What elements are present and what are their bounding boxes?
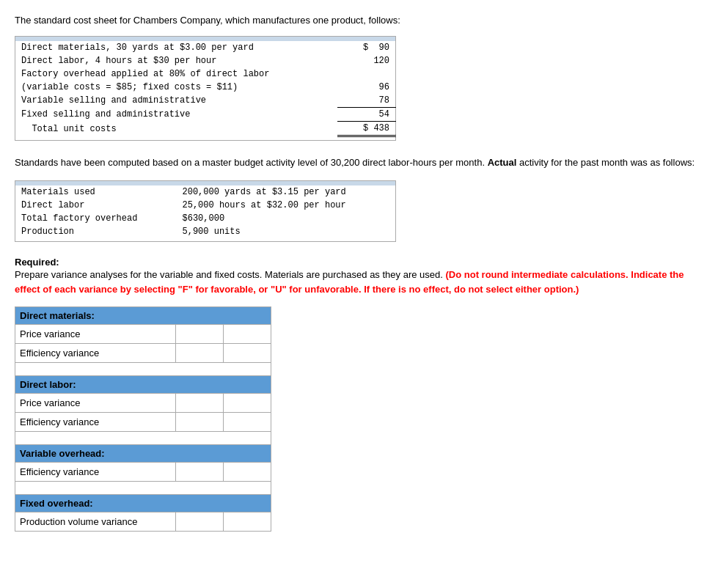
cost-row-5-label: Variable selling and administrative [15,94,337,108]
direct-labor-header-row: Direct labor: [15,376,271,394]
dl-price-variance-input-1[interactable] [176,394,224,413]
fo-production-volume-variance-field-1[interactable] [180,515,219,528]
vo-efficiency-variance-input-1[interactable] [176,463,224,482]
vo-efficiency-variance-row: Efficiency variance [15,463,271,482]
fo-production-volume-variance-input-2[interactable] [224,512,271,532]
dm-efficiency-variance-input-1[interactable] [176,344,224,363]
total-unit-costs-amount: $ 438 [337,122,396,136]
vo-efficiency-variance-field-2[interactable] [228,466,266,478]
dl-efficiency-variance-field-1[interactable] [180,416,219,428]
standards-text-highlight: Actual [488,157,517,168]
cost-row-1-label: Direct materials, 30 yards at $3.00 per … [15,41,337,54]
actual-row-3-label: Total factory overhead [15,212,177,225]
cost-row-2-label: Direct labor, 4 hours at $30 per hour [15,54,337,67]
dm-price-variance-input-1[interactable] [176,325,224,344]
empty-row-3 [15,482,271,495]
cost-row-6-amount: 54 [337,108,396,122]
actual-row-3-value: $630,000 [177,212,396,225]
dm-efficiency-variance-field-2[interactable] [228,347,266,359]
actual-row-4-label: Production [15,225,177,238]
required-title: Required: [15,257,59,268]
fo-production-volume-variance-row: Production volume variance [15,512,271,532]
required-body-normal: Prepare variance analyses for the variab… [15,269,445,280]
dl-price-variance-row: Price variance [15,394,271,413]
cost-row-4-label: (variable costs = $85; fixed costs = $11… [15,81,337,94]
dm-efficiency-variance-input-2[interactable] [224,344,271,363]
cost-sheet-table: Direct materials, 30 yards at $3.00 per … [15,36,396,141]
required-section: Required: Prepare variance analyses for … [15,257,703,296]
dl-efficiency-variance-input-2[interactable] [224,413,271,432]
dl-efficiency-variance-input-1[interactable] [176,413,224,432]
dm-efficiency-variance-label: Efficiency variance [15,344,176,363]
standards-text-part1: Standards have been computed based on a … [15,157,488,168]
dl-efficiency-variance-field-2[interactable] [228,416,266,428]
dm-price-variance-input-2[interactable] [224,325,271,344]
dl-efficiency-variance-label: Efficiency variance [15,413,176,432]
cost-row-3-label: Factory overhead applied at 80% of direc… [15,67,337,81]
actual-row-2-label: Direct labor [15,199,177,212]
fo-production-volume-variance-input-1[interactable] [176,512,224,532]
intro-text: The standard cost sheet for Chambers Com… [15,15,703,26]
actual-activity-table: Materials used 200,000 yards at $3.15 pe… [15,180,396,243]
dm-efficiency-variance-row: Efficiency variance [15,344,271,363]
direct-materials-header-row: Direct materials: [15,307,271,325]
dl-price-variance-field-2[interactable] [228,397,266,409]
dl-efficiency-variance-row: Efficiency variance [15,413,271,432]
variable-overhead-header-row: Variable overhead: [15,445,271,463]
fixed-overhead-header: Fixed overhead: [15,495,271,512]
actual-row-1-value: 200,000 yards at $3.15 per yard [177,185,396,199]
fo-production-volume-variance-label: Production volume variance [15,512,176,532]
direct-labor-header: Direct labor: [15,376,271,394]
cost-row-2-amount: 120 [337,54,396,67]
standards-text-part2: activity for the past month was as follo… [516,157,695,168]
required-body: Prepare variance analyses for the variab… [15,268,703,296]
cost-row-5-amount: 78 [337,94,396,108]
dl-price-variance-label: Price variance [15,394,176,413]
direct-materials-header: Direct materials: [15,307,271,325]
dm-price-variance-label: Price variance [15,325,176,344]
variance-table: Direct materials: Price variance Efficie… [15,306,271,532]
actual-row-1-label: Materials used [15,185,177,199]
dl-price-variance-input-2[interactable] [224,394,271,413]
cost-row-1-amount: $ 90 [337,41,396,54]
cost-row-4-amount: 96 [337,81,396,94]
standards-text: Standards have been computed based on a … [15,155,703,170]
cost-row-6-label: Fixed selling and administrative [15,108,337,122]
dm-price-variance-field-1[interactable] [180,328,219,340]
variable-overhead-header: Variable overhead: [15,445,271,463]
empty-row-1 [15,363,271,376]
vo-efficiency-variance-label: Efficiency variance [15,463,176,482]
vo-efficiency-variance-field-1[interactable] [180,466,219,478]
cost-row-3-amount [337,67,396,81]
actual-row-4-value: 5,900 units [177,225,396,238]
fixed-overhead-header-row: Fixed overhead: [15,495,271,512]
fo-production-volume-variance-field-2[interactable] [228,515,266,528]
actual-row-2-value: 25,000 hours at $32.00 per hour [177,199,396,212]
dm-price-variance-row: Price variance [15,325,271,344]
dl-price-variance-field-1[interactable] [180,397,219,409]
total-unit-costs-label: Total unit costs [15,122,337,136]
empty-row-2 [15,432,271,445]
vo-efficiency-variance-input-2[interactable] [224,463,271,482]
dm-efficiency-variance-field-1[interactable] [180,347,219,359]
dm-price-variance-field-2[interactable] [228,328,266,340]
